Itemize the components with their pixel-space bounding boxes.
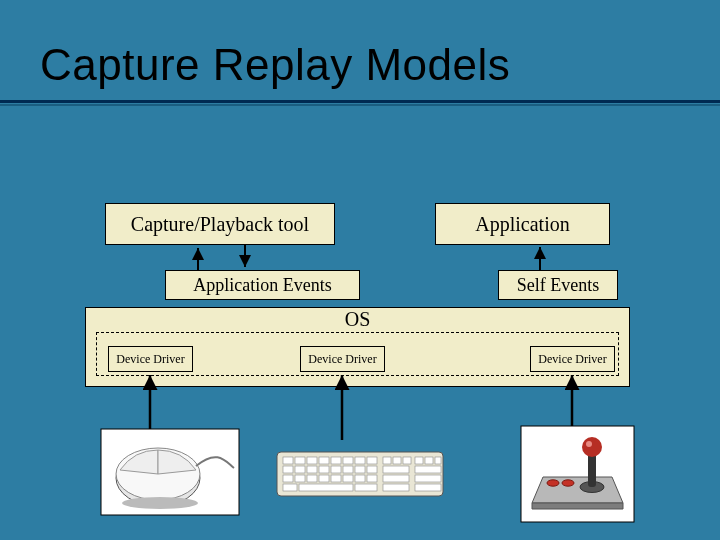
svg-rect-15 <box>331 457 341 464</box>
svg-rect-29 <box>331 466 341 473</box>
svg-rect-27 <box>307 466 317 473</box>
svg-rect-43 <box>383 475 409 482</box>
svg-rect-33 <box>383 466 409 473</box>
svg-rect-19 <box>383 457 391 464</box>
svg-rect-36 <box>295 475 305 482</box>
svg-rect-40 <box>343 475 353 482</box>
svg-rect-34 <box>415 466 441 473</box>
svg-rect-44 <box>415 475 441 482</box>
svg-rect-42 <box>367 475 377 482</box>
svg-rect-13 <box>307 457 317 464</box>
svg-rect-23 <box>425 457 433 464</box>
title-underline <box>0 100 720 103</box>
svg-rect-25 <box>283 466 293 473</box>
title-underline-shadow <box>0 104 720 106</box>
svg-point-53 <box>547 480 559 486</box>
svg-rect-28 <box>319 466 329 473</box>
svg-point-9 <box>122 497 198 509</box>
svg-rect-32 <box>367 466 377 473</box>
box-device-driver-1: Device Driver <box>108 346 193 372</box>
svg-rect-22 <box>415 457 423 464</box>
svg-rect-45 <box>283 484 297 491</box>
svg-rect-11 <box>283 457 293 464</box>
svg-rect-49 <box>415 484 441 491</box>
svg-rect-35 <box>283 475 293 482</box>
svg-rect-48 <box>383 484 409 491</box>
svg-rect-47 <box>355 484 377 491</box>
box-self-events: Self Events <box>498 270 618 300</box>
svg-rect-24 <box>435 457 441 464</box>
svg-rect-12 <box>295 457 305 464</box>
svg-rect-18 <box>367 457 377 464</box>
box-capture-playback-tool: Capture/Playback tool <box>105 203 335 245</box>
joystick-icon <box>520 425 635 523</box>
box-application: Application <box>435 203 610 245</box>
box-application-events: Application Events <box>165 270 360 300</box>
box-device-driver-2: Device Driver <box>300 346 385 372</box>
svg-rect-26 <box>295 466 305 473</box>
svg-point-58 <box>586 441 592 447</box>
svg-rect-16 <box>343 457 353 464</box>
svg-rect-17 <box>355 457 365 464</box>
mouse-icon <box>100 428 240 516</box>
svg-rect-46 <box>299 484 353 491</box>
slide-title: Capture Replay Models <box>40 40 510 90</box>
svg-rect-38 <box>319 475 329 482</box>
svg-rect-37 <box>307 475 317 482</box>
keyboard-icon <box>275 444 445 504</box>
svg-rect-14 <box>319 457 329 464</box>
svg-rect-31 <box>355 466 365 473</box>
svg-point-54 <box>562 480 574 486</box>
svg-marker-52 <box>532 503 623 509</box>
svg-rect-20 <box>393 457 401 464</box>
box-os-label: OS <box>345 308 371 330</box>
svg-rect-30 <box>343 466 353 473</box>
svg-rect-39 <box>331 475 341 482</box>
svg-point-57 <box>582 437 602 457</box>
svg-marker-51 <box>532 477 623 503</box>
box-device-driver-3: Device Driver <box>530 346 615 372</box>
svg-rect-41 <box>355 475 365 482</box>
svg-rect-21 <box>403 457 411 464</box>
